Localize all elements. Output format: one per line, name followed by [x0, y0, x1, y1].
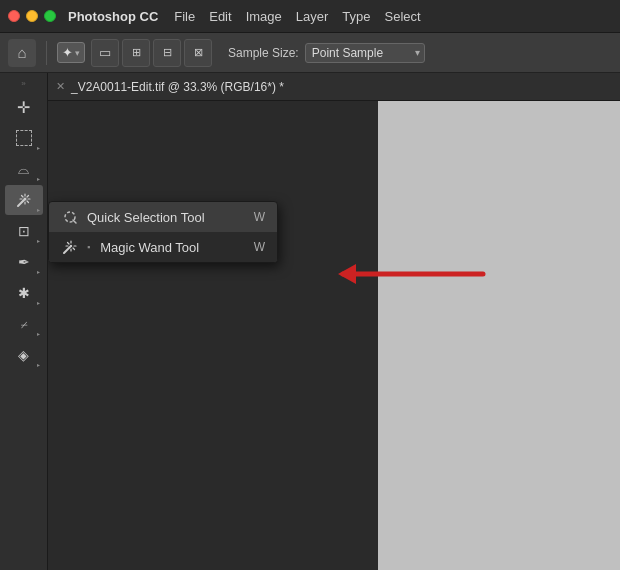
menu-layer[interactable]: Layer [296, 9, 329, 24]
dark-canvas[interactable] [48, 101, 378, 570]
add-selection-icon: ⊞ [132, 46, 141, 59]
app-title: Photoshop CC [68, 9, 158, 24]
maximize-button[interactable] [44, 10, 56, 22]
svg-line-7 [27, 201, 29, 203]
home-icon: ⌂ [17, 44, 26, 61]
eyedropper-arrow: ▸ [37, 268, 40, 275]
svg-line-6 [21, 196, 23, 198]
menu-image[interactable]: Image [246, 9, 282, 24]
wand-active-icon: ✦ [62, 45, 73, 60]
eyedropper-icon: ✒ [18, 254, 30, 270]
magic-wand-icon [16, 192, 32, 208]
sidebar-item-magic-wand[interactable]: ▸ [5, 185, 43, 215]
selected-indicator: ▪ [87, 242, 90, 252]
context-menu-item-magic-wand[interactable]: ▪ Magic Wand Tool W [49, 232, 277, 262]
main-area: » ✛ ▸ ⌓ ▸ [0, 73, 620, 570]
move-icon: ✛ [17, 98, 30, 117]
sidebar-item-stamp[interactable]: ◈ ▸ [5, 340, 43, 370]
marquee-icon [16, 130, 32, 146]
sidebar: » ✛ ▸ ⌓ ▸ [0, 73, 48, 570]
quick-selection-shortcut: W [254, 210, 265, 224]
sample-size-wrapper[interactable]: Point Sample 3 by 3 Average 5 by 5 Avera… [305, 43, 425, 63]
brush-icon: ⌿ [20, 316, 28, 332]
magic-wand-label: Magic Wand Tool [100, 240, 199, 255]
home-button[interactable]: ⌂ [8, 39, 36, 67]
stamp-arrow: ▸ [37, 361, 40, 368]
svg-line-18 [68, 243, 70, 245]
svg-line-11 [73, 220, 76, 223]
intersect-selection-icon: ⊠ [194, 46, 203, 59]
sidebar-item-crop[interactable]: ⊡ ▸ [5, 216, 43, 246]
menu-file[interactable]: File [174, 9, 195, 24]
canvas-container: Quick Selection Tool W [48, 101, 620, 570]
svg-point-1 [23, 198, 26, 201]
separator-1 [46, 41, 47, 65]
svg-line-12 [64, 247, 70, 253]
tab-title: _V2A0011-Edit.tif @ 33.3% (RGB/16*) * [71, 80, 284, 94]
options-bar: ⌂ ✦ ▾ ▭ ⊞ ⊟ ⊠ Sample Size: Point Sample … [0, 33, 620, 73]
crop-icon: ⊡ [18, 223, 30, 239]
svg-line-9 [27, 196, 29, 198]
quick-selection-icon [61, 208, 79, 226]
tab-close-button[interactable]: ✕ [56, 80, 65, 93]
wand-tool-group[interactable]: ✦ ▾ [57, 42, 85, 63]
context-menu-item-quick-selection[interactable]: Quick Selection Tool W [49, 202, 277, 232]
sidebar-item-healing[interactable]: ✱ ▸ [5, 278, 43, 308]
menu-type[interactable]: Type [342, 9, 370, 24]
context-menu: Quick Selection Tool W [48, 201, 278, 263]
wand-dropdown-arrow[interactable]: ▾ [75, 48, 80, 58]
sidebar-item-eyedropper[interactable]: ✒ ▸ [5, 247, 43, 277]
sidebar-item-marquee[interactable]: ▸ [5, 123, 43, 153]
subtract-selection-icon: ⊟ [163, 46, 172, 59]
canvas-area: ✕ _V2A0011-Edit.tif @ 33.3% (RGB/16*) * … [48, 73, 620, 570]
sidebar-scroll-top: » [9, 77, 39, 89]
stamp-icon: ◈ [18, 347, 29, 363]
magic-wand-arrow: ▸ [37, 206, 40, 213]
sidebar-item-brush[interactable]: ⌿ ▸ [5, 309, 43, 339]
svg-line-19 [73, 248, 75, 250]
sidebar-item-lasso[interactable]: ⌓ ▸ [5, 154, 43, 184]
new-selection-button[interactable]: ▭ [91, 39, 119, 67]
magic-wand-shortcut: W [254, 240, 265, 254]
menu-edit[interactable]: Edit [209, 9, 231, 24]
traffic-lights [8, 10, 56, 22]
context-magic-wand-icon [61, 238, 79, 256]
brush-arrow: ▸ [37, 330, 40, 337]
quick-selection-label: Quick Selection Tool [87, 210, 205, 225]
selection-options: ▭ ⊞ ⊟ ⊠ [91, 39, 212, 67]
add-selection-button[interactable]: ⊞ [122, 39, 150, 67]
sample-size-select[interactable]: Point Sample 3 by 3 Average 5 by 5 Avera… [305, 43, 425, 63]
intersect-selection-button[interactable]: ⊠ [184, 39, 212, 67]
gray-area[interactable] [378, 101, 620, 570]
lasso-icon: ⌓ [18, 161, 29, 178]
close-button[interactable] [8, 10, 20, 22]
lasso-arrow: ▸ [37, 175, 40, 182]
marquee-arrow: ▸ [37, 144, 40, 151]
sample-size-label: Sample Size: [228, 46, 299, 60]
menu-bar: Photoshop CC File Edit Image Layer Type … [0, 0, 620, 33]
new-selection-icon: ▭ [99, 45, 111, 60]
crop-arrow: ▸ [37, 237, 40, 244]
healing-arrow: ▸ [37, 299, 40, 306]
svg-point-13 [70, 245, 72, 247]
sidebar-item-move[interactable]: ✛ [5, 92, 43, 122]
sidebar-scroll-arrows: » [21, 79, 25, 88]
minimize-button[interactable] [26, 10, 38, 22]
tab-bar: ✕ _V2A0011-Edit.tif @ 33.3% (RGB/16*) * [48, 73, 620, 101]
menu-select[interactable]: Select [384, 9, 420, 24]
subtract-selection-button[interactable]: ⊟ [153, 39, 181, 67]
healing-icon: ✱ [18, 285, 30, 301]
